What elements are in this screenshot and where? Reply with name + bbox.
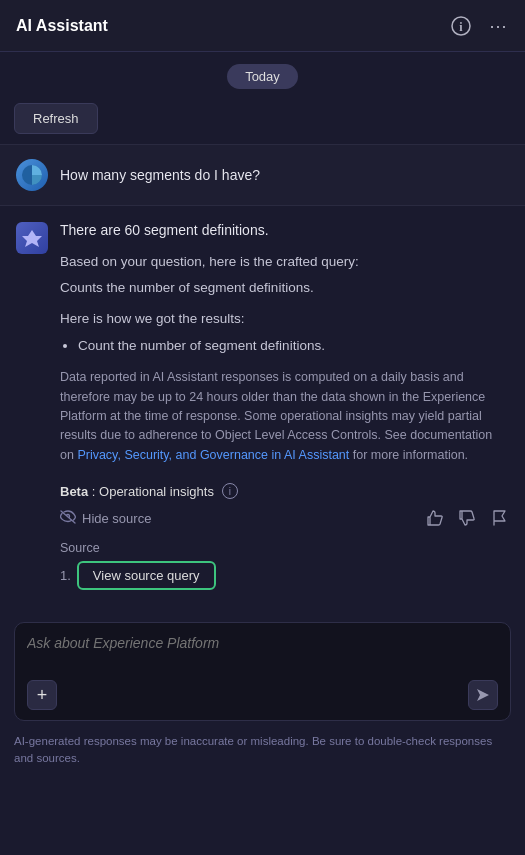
hide-source-label: Hide source	[82, 511, 151, 526]
feedback-row: Hide source	[0, 505, 525, 535]
ai-disclaimer-link[interactable]: Privacy, Security, and Governance in AI …	[77, 448, 349, 462]
more-options-button[interactable]: ⋯	[487, 13, 509, 39]
chat-input[interactable]	[27, 635, 498, 667]
info-icon: i	[451, 16, 471, 36]
hide-source-button[interactable]: Hide source	[60, 510, 151, 527]
input-bottom: +	[27, 680, 498, 710]
header: AI Assistant i ⋯	[0, 0, 525, 52]
plus-icon: +	[37, 685, 48, 706]
thumbs-up-icon	[427, 509, 445, 527]
user-avatar-icon	[21, 164, 43, 186]
ai-content: There are 60 segment definitions. Based …	[60, 222, 509, 475]
refresh-button[interactable]: Refresh	[14, 103, 98, 134]
add-attachment-button[interactable]: +	[27, 680, 57, 710]
beta-desc: : Operational insights	[92, 484, 214, 499]
user-message-row: How many segments do I have?	[0, 145, 525, 205]
refresh-row: Refresh	[0, 97, 525, 144]
beta-row: Beta : Operational insights i	[0, 475, 525, 505]
input-area: +	[14, 622, 511, 721]
ai-response-row: There are 60 segment definitions. Based …	[0, 206, 525, 475]
source-num: 1.	[60, 568, 71, 583]
source-item: 1. View source query	[60, 561, 509, 590]
app-title: AI Assistant	[16, 17, 108, 35]
flag-button[interactable]	[491, 509, 509, 527]
svg-marker-3	[22, 230, 42, 247]
flag-icon	[491, 509, 509, 527]
date-row: Today	[0, 52, 525, 97]
date-badge: Today	[227, 64, 298, 89]
feedback-icons	[427, 509, 509, 527]
thumbs-down-icon	[459, 509, 477, 527]
thumbs-down-button[interactable]	[459, 509, 477, 527]
ai-results-label: Here is how we got the results:	[60, 309, 509, 329]
user-message-text: How many segments do I have?	[60, 167, 260, 183]
ai-main-text: There are 60 segment definitions.	[60, 222, 509, 238]
ai-query-label: Based on your question, here is the craf…	[60, 252, 509, 272]
eye-slash-icon	[60, 510, 76, 527]
footer-disclaimer: AI-generated responses may be inaccurate…	[0, 729, 525, 776]
beta-info-button[interactable]: i	[222, 483, 238, 499]
ai-query-desc: Counts the number of segment definitions…	[60, 278, 509, 298]
ai-disclaimer-end: for more information.	[349, 448, 468, 462]
ai-avatar	[16, 222, 48, 254]
more-icon: ⋯	[489, 15, 507, 37]
user-avatar	[16, 159, 48, 191]
send-icon	[475, 687, 491, 703]
ai-results-list: Count the number of segment definitions.	[78, 335, 509, 357]
beta-label: Beta : Operational insights	[60, 484, 214, 499]
info-button[interactable]: i	[449, 14, 473, 38]
source-label: Source	[60, 541, 509, 555]
thumbs-up-button[interactable]	[427, 509, 445, 527]
ai-results-item: Count the number of segment definitions.	[78, 335, 509, 357]
svg-text:i: i	[459, 19, 463, 33]
beta-strong: Beta	[60, 484, 88, 499]
source-section: Source 1. View source query	[0, 535, 525, 606]
view-source-query-button[interactable]: View source query	[77, 561, 216, 590]
send-button[interactable]	[468, 680, 498, 710]
header-actions: i ⋯	[449, 13, 509, 39]
ai-disclaimer: Data reported in AI Assistant responses …	[60, 368, 509, 465]
ai-avatar-icon	[22, 228, 42, 248]
